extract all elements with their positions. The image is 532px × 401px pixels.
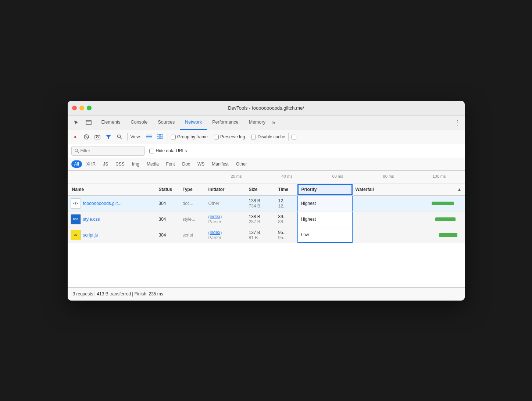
table-row[interactable]: JS script.js 304 script (index) Parser 1…: [68, 227, 465, 243]
file-icon-js: JS: [71, 230, 81, 240]
type-js-button[interactable]: JS: [100, 160, 111, 168]
row-time-2: 95... 95...: [275, 230, 297, 240]
filter-input[interactable]: [81, 148, 139, 153]
view-detail-button[interactable]: [155, 133, 165, 141]
tick-100ms: 100 ms: [414, 174, 465, 178]
sort-arrow-icon: ▲: [457, 187, 462, 192]
header-status[interactable]: Status: [156, 187, 180, 192]
file-icon-css: CSS: [71, 214, 81, 224]
search-button[interactable]: [115, 132, 124, 142]
type-font-button[interactable]: Font: [163, 160, 178, 168]
group-by-frame-checkbox[interactable]: Group by frame: [171, 134, 208, 139]
row-type-2: script: [180, 233, 206, 238]
filter-search-icon: [75, 149, 79, 153]
devtools-menu-button[interactable]: ⋮: [454, 118, 461, 127]
clear-button[interactable]: [82, 132, 91, 142]
row-size-2: 137 B 81 B: [246, 230, 275, 240]
tab-network[interactable]: Network: [180, 115, 207, 130]
filter-input-wrap: [71, 146, 145, 156]
row-type-1: style...: [180, 217, 206, 222]
tick-20ms: 20 ms: [211, 174, 262, 178]
type-media-button[interactable]: Media: [144, 160, 162, 168]
record-button[interactable]: ●: [71, 132, 80, 142]
tab-bar: Elements Console Sources Network Perform…: [68, 116, 465, 130]
table-header-row: Name Status Type Initiator Size Time Pri…: [68, 184, 465, 196]
svg-rect-13: [157, 134, 160, 136]
row-size-1: 138 B 287 B: [246, 214, 275, 224]
svg-rect-6: [96, 135, 97, 136]
header-priority[interactable]: Priority: [297, 184, 353, 195]
row-time-1: 89... 88...: [275, 214, 297, 224]
waterfall-bar-1: [435, 217, 456, 221]
view-label: View:: [131, 134, 141, 139]
type-manifest-button[interactable]: Manifest: [209, 160, 231, 168]
separator-3: [211, 133, 211, 141]
header-type[interactable]: Type: [180, 187, 206, 192]
row-status-0: 304: [156, 201, 180, 206]
row-status-1: 304: [156, 217, 180, 222]
svg-marker-7: [106, 135, 111, 139]
table-row[interactable]: </> fooooooooods.glit... 304 doc... Othe…: [68, 196, 465, 212]
window-title: DevTools - fooooooooods.glitch.me/: [228, 105, 304, 111]
type-img-button[interactable]: Img: [129, 160, 142, 168]
file-icon-doc: </>: [71, 198, 81, 209]
svg-line-18: [77, 151, 79, 153]
close-button[interactable]: [72, 106, 77, 110]
timeline-ticks: 20 ms 40 ms 60 ms 80 ms 100 ms: [207, 174, 465, 180]
more-tabs-button[interactable]: »: [271, 119, 277, 126]
preserve-log-checkbox[interactable]: Preserve log: [214, 134, 245, 139]
header-name[interactable]: Name: [68, 187, 156, 192]
tab-list: Elements Console Sources Network Perform…: [96, 115, 451, 130]
minimize-button[interactable]: [79, 106, 84, 110]
filter-bar: Hide data URLs: [68, 144, 465, 158]
row-priority-2: Low: [297, 227, 353, 243]
tick-80ms: 80 ms: [363, 174, 414, 178]
header-time[interactable]: Time: [275, 187, 297, 192]
svg-point-5: [96, 136, 98, 138]
tab-sources[interactable]: Sources: [153, 115, 180, 130]
svg-line-3: [85, 135, 88, 139]
separator-1: [127, 133, 128, 141]
type-all-button[interactable]: All: [71, 160, 82, 168]
row-waterfall-2: [353, 227, 465, 243]
header-initiator[interactable]: Initiator: [206, 187, 246, 192]
tab-performance[interactable]: Performance: [207, 115, 244, 130]
tab-console[interactable]: Console: [126, 115, 153, 130]
svg-rect-15: [157, 137, 160, 139]
type-xhr-button[interactable]: XHR: [83, 160, 99, 168]
row-waterfall-0: [353, 196, 465, 211]
header-size[interactable]: Size: [246, 187, 275, 192]
status-text: 3 requests | 413 B transferred | Finish:…: [73, 291, 163, 297]
tab-elements[interactable]: Elements: [96, 115, 126, 130]
tick-40ms: 40 ms: [262, 174, 313, 178]
cursor-icon[interactable]: [71, 118, 81, 127]
type-other-button[interactable]: Other: [233, 160, 250, 168]
svg-rect-0: [86, 120, 91, 125]
extra-checkbox[interactable]: [292, 135, 296, 139]
screenshot-button[interactable]: [93, 132, 102, 142]
waterfall-bar-0: [432, 202, 454, 205]
row-priority-0: Highest: [297, 196, 353, 211]
maximize-button[interactable]: [87, 106, 92, 110]
separator-5: [288, 133, 289, 141]
table-row[interactable]: CSS style.css 304 style... (index) Parse…: [68, 212, 465, 227]
row-name-0: </> fooooooooods.glit...: [68, 198, 156, 209]
waterfall-bar-2: [439, 233, 457, 237]
type-ws-button[interactable]: WS: [194, 160, 207, 168]
row-filename-1: style.css: [83, 217, 100, 222]
row-priority-1: Highest: [297, 212, 353, 227]
type-doc-button[interactable]: Doc: [179, 160, 193, 168]
view-list-button[interactable]: [144, 133, 154, 141]
hide-data-urls-checkbox[interactable]: Hide data URLs: [149, 148, 187, 153]
type-css-button[interactable]: CSS: [113, 160, 128, 168]
filter-button[interactable]: [104, 132, 113, 142]
disable-cache-checkbox[interactable]: Disable cache: [251, 134, 285, 139]
header-waterfall[interactable]: Waterfall ▲: [353, 187, 465, 192]
row-time-0: 12... 12...: [275, 198, 297, 209]
tab-memory[interactable]: Memory: [244, 115, 271, 130]
devtools-window: DevTools - fooooooooods.glitch.me/ Eleme…: [68, 101, 465, 301]
row-name-1: CSS style.css: [68, 214, 156, 224]
svg-line-9: [120, 138, 122, 139]
row-type-0: doc...: [180, 201, 206, 206]
dock-icon[interactable]: [84, 118, 93, 127]
